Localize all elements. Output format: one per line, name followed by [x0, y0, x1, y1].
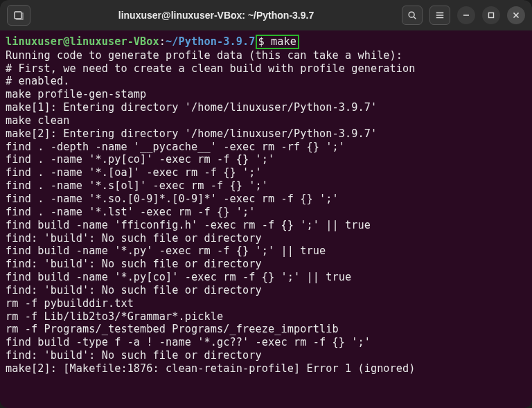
new-tab-icon	[13, 10, 24, 21]
maximize-button[interactable]	[482, 6, 500, 24]
terminal-line: find . -name '*.s[ol]' -exec rm -f {} ';…	[6, 179, 268, 192]
close-icon	[513, 12, 520, 19]
terminal-line: find build -name 'fficonfig.h' -exec rm …	[6, 219, 371, 231]
terminal-output[interactable]: linuxuser@linuxuser-VBox:~/Python-3.9.7$…	[0, 30, 532, 408]
terminal-line: make[2]: [Makefile:1876: clean-retain-pr…	[6, 362, 416, 375]
terminal-line: find . -depth -name '__pycache__' -exec …	[6, 141, 345, 153]
svg-line-2	[414, 17, 416, 19]
terminal-line: find: 'build': No such file or directory	[6, 232, 262, 245]
terminal-line: # enabled.	[6, 75, 69, 87]
terminal-line: find . -name '*.lst' -exec rm -f {} ';'	[6, 206, 256, 218]
terminal-line: Running code to generate profile data (t…	[6, 49, 402, 62]
highlighted-command: $ make	[256, 35, 299, 49]
terminal-line: find: 'build': No such file or directory	[6, 258, 262, 270]
terminal-line: find build -name '*.py[co]' -exec rm -f …	[6, 271, 351, 283]
hamburger-icon	[435, 10, 445, 20]
search-icon	[407, 10, 417, 20]
terminal-line: find build -type f -a ! -name '*.gc??' -…	[6, 336, 371, 348]
svg-rect-7	[489, 13, 494, 18]
svg-rect-0	[15, 12, 21, 19]
terminal-line: make[2]: Entering directory '/home/linux…	[6, 127, 377, 140]
svg-point-1	[409, 12, 414, 17]
terminal-line: find . -name '*.so.[0-9]*.[0-9]*' -exec …	[6, 193, 339, 205]
terminal-line: make[1]: Entering directory '/home/linux…	[6, 101, 377, 114]
prompt-userhost: linuxuser@linuxuser-VBox	[6, 35, 159, 48]
prompt-dollar: $	[258, 35, 272, 48]
maximize-icon	[488, 12, 495, 19]
titlebar-right	[402, 6, 525, 25]
window-titlebar: linuxuser@linuxuser-VBox: ~/Python-3.9.7	[0, 0, 532, 30]
terminal-line: make clean	[6, 114, 69, 127]
terminal-line: # First, we need to create a clean build…	[6, 62, 416, 75]
minimize-button[interactable]	[457, 6, 475, 24]
terminal-line: find build -name '*.py' -exec rm -f {} '…	[6, 245, 326, 257]
close-button[interactable]	[507, 6, 525, 24]
terminal-line: find: 'build': No such file or directory	[6, 284, 262, 296]
terminal-line: rm -f pybuilddir.txt	[6, 297, 134, 310]
terminal-line: find: 'build': No such file or directory	[6, 349, 262, 362]
prompt-sep: :	[159, 35, 166, 48]
new-tab-button[interactable]	[7, 5, 30, 26]
prompt-path: ~/Python-3.9.7	[166, 35, 255, 48]
terminal-line: find . -name '*.py[co]' -exec rm -f {} '…	[6, 153, 274, 166]
menu-button[interactable]	[429, 6, 450, 25]
terminal-line: rm -f Programs/_testembed Programs/_free…	[6, 323, 339, 335]
search-button[interactable]	[402, 6, 423, 25]
minimize-icon	[463, 12, 470, 19]
terminal-line: rm -f Lib/lib2to3/*Grammar*.pickle	[6, 310, 223, 323]
titlebar-left	[7, 5, 30, 26]
terminal-line: make profile-gen-stamp	[6, 88, 146, 100]
terminal-line: find . -name '*.[oa]' -exec rm -f {} ';'	[6, 166, 262, 179]
window-title: linuxuser@linuxuser-VBox: ~/Python-3.9.7	[30, 10, 402, 21]
command-text: make	[271, 35, 296, 48]
